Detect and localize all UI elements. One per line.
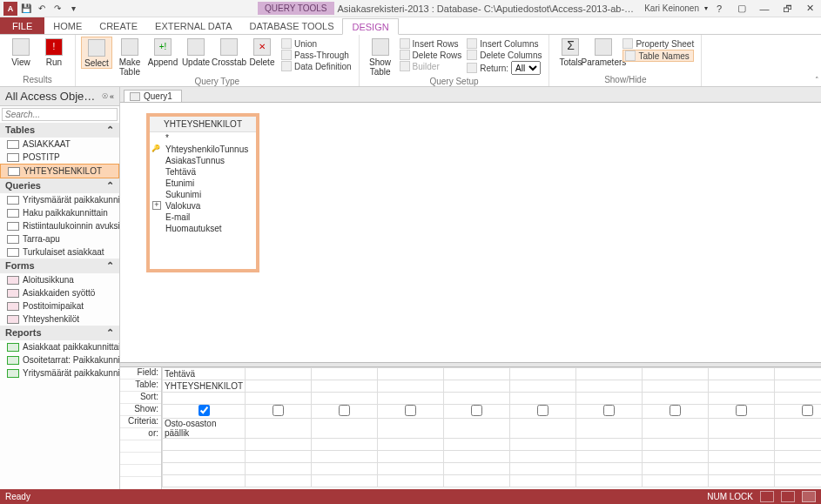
tablebox-field-star[interactable]: * xyxy=(150,132,256,144)
nav-section-tables[interactable]: Tables⌃ xyxy=(0,123,119,138)
update-icon xyxy=(187,38,205,56)
numlock-indicator: NUM LOCK xyxy=(707,492,753,501)
nav-query-item[interactable]: Ristiintaulukoinnin avuksi xyxy=(0,219,119,232)
builder-button[interactable]: Builder xyxy=(400,61,462,71)
show-table-button[interactable]: Show Table xyxy=(365,37,396,77)
nav-report-item[interactable]: Asiakkaat paikkakunnittain xyxy=(0,340,119,353)
table-names-button[interactable]: Table Names xyxy=(622,50,694,62)
redo-icon[interactable]: ↷ xyxy=(50,2,64,16)
view-design-icon[interactable] xyxy=(802,491,816,502)
show-checkbox[interactable] xyxy=(273,405,284,416)
run-button[interactable]: !Run xyxy=(38,37,70,67)
nav-collapse-icon[interactable]: « xyxy=(110,92,114,101)
return-select[interactable]: All xyxy=(511,61,541,75)
table-box-yhteyshenkilot[interactable]: YHTEYSHENKILOT * YhteyshenkiloTunnus Asi… xyxy=(146,113,259,272)
close-icon[interactable]: ✕ xyxy=(798,0,821,17)
tab-home[interactable]: HOME xyxy=(44,17,91,34)
show-checkbox[interactable] xyxy=(802,405,813,416)
tab-database-tools[interactable]: DATABASE TOOLS xyxy=(240,17,342,34)
view-datasheet-icon[interactable] xyxy=(760,491,774,502)
data-definition-button[interactable]: Data Definition xyxy=(281,61,352,71)
show-checkbox[interactable] xyxy=(471,405,482,416)
append-button[interactable]: +!Append xyxy=(147,37,178,67)
show-checkbox[interactable] xyxy=(199,405,210,416)
help-icon[interactable]: ? xyxy=(708,0,730,17)
collapse-icon[interactable]: ⌃ xyxy=(106,327,114,339)
grid-cell-table[interactable]: YHTEYSHENKILOT xyxy=(163,380,246,393)
union-button[interactable]: Union xyxy=(281,38,352,49)
tab-create[interactable]: CREATE xyxy=(91,17,146,34)
nav-section-queries[interactable]: Queries⌃ xyxy=(0,178,119,193)
show-checkbox[interactable] xyxy=(670,405,681,416)
horizontal-splitter[interactable] xyxy=(120,362,821,367)
quick-access-toolbar: A 💾 ↶ ↷ ▾ xyxy=(0,2,84,16)
delete-rows-button[interactable]: Delete Rows xyxy=(400,50,462,60)
parameters-button[interactable]: Parameters xyxy=(588,37,619,67)
show-checkbox[interactable] xyxy=(736,405,747,416)
nav-query-item[interactable]: Haku paikkakunnittain xyxy=(0,206,119,219)
crosstab-button[interactable]: Crosstab xyxy=(213,37,245,67)
tablebox-field[interactable]: YhteyshenkiloTunnus xyxy=(150,144,256,155)
make-table-button[interactable]: Make Table xyxy=(114,37,145,77)
tab-file[interactable]: FILE xyxy=(0,17,44,34)
tablebox-field[interactable]: AsiakasTunnus xyxy=(150,155,256,166)
update-button[interactable]: Update xyxy=(180,37,212,67)
tablebox-field[interactable]: Valokuva xyxy=(150,200,256,212)
nav-query-item[interactable]: Yritysmäärät paikkakunnittain xyxy=(0,193,119,206)
nav-filter-icon[interactable]: ☉ xyxy=(102,92,108,101)
qbe-grid: Field: Table: Sort: Show: Criteria: or: … xyxy=(120,367,821,489)
ribbon-collapse-icon[interactable]: ▢ xyxy=(730,0,753,17)
nav-table-item[interactable]: YHTEYSHENKILOT xyxy=(0,164,119,178)
view-sql-icon[interactable] xyxy=(781,491,795,502)
show-checkbox[interactable] xyxy=(603,405,615,416)
nav-table-item[interactable]: POSTITP xyxy=(0,151,119,164)
undo-icon[interactable]: ↶ xyxy=(35,2,49,16)
tab-design[interactable]: DESIGN xyxy=(342,18,398,35)
grid-columns[interactable]: Tehtävä YHTEYSHENKILOT xyxy=(162,367,821,487)
collapse-icon[interactable]: ⌃ xyxy=(106,260,114,272)
restore-icon[interactable]: 🗗 xyxy=(776,0,798,17)
show-checkbox[interactable] xyxy=(537,405,548,416)
nav-form-item[interactable]: Asiakkaiden syöttö xyxy=(0,286,119,299)
nav-form-item[interactable]: Yhteyshenkilöt xyxy=(0,312,119,326)
view-button[interactable]: View xyxy=(5,37,37,67)
qat-customize-icon[interactable]: ▾ xyxy=(66,2,80,16)
nav-query-item[interactable]: Turkulaiset asiakkaat xyxy=(0,245,119,259)
query-design-surface[interactable]: YHTEYSHENKILOT * YhteyshenkiloTunnus Asi… xyxy=(120,103,821,362)
nav-table-item[interactable]: ASIAKKAAT xyxy=(0,138,119,151)
tablebox-field[interactable]: Sukunimi xyxy=(150,189,256,200)
insert-columns-button[interactable]: Insert Columns xyxy=(467,38,542,49)
collapse-icon[interactable]: ⌃ xyxy=(106,124,114,136)
select-query-button[interactable]: Select xyxy=(81,37,112,69)
nav-report-item[interactable]: Osoitetarrat: Paikkakunnittain xyxy=(0,353,119,366)
property-sheet-button[interactable]: Property Sheet xyxy=(622,38,694,49)
nav-form-item[interactable]: Aloitusikkuna xyxy=(0,273,119,286)
save-icon[interactable]: 💾 xyxy=(19,2,33,16)
tablebox-field[interactable]: Tehtävä xyxy=(150,166,256,178)
nav-section-reports[interactable]: Reports⌃ xyxy=(0,326,119,340)
nav-section-forms[interactable]: Forms⌃ xyxy=(0,259,119,273)
nav-report-item[interactable]: Yritysmäärät paikkakunnittain xyxy=(0,366,119,380)
show-checkbox[interactable] xyxy=(405,405,416,416)
tab-external-data[interactable]: EXTERNAL DATA xyxy=(146,17,240,34)
minimize-icon[interactable]: — xyxy=(753,0,776,17)
grid-cell-criteria[interactable]: Osto-osaston päällik xyxy=(163,419,246,439)
doc-tab-query1[interactable]: Query1 xyxy=(124,90,182,102)
nav-form-item[interactable]: Postitoimipaikat xyxy=(0,299,119,312)
collapse-icon[interactable]: ⌃ xyxy=(106,180,114,192)
nav-search-input[interactable] xyxy=(2,108,118,121)
show-checkbox[interactable] xyxy=(339,405,350,416)
passthrough-button[interactable]: Pass-Through xyxy=(281,50,352,60)
user-name[interactable]: Kari Keinonen xyxy=(639,3,704,13)
tablebox-field[interactable]: Etunimi xyxy=(150,178,256,189)
tablebox-field[interactable]: E-mail xyxy=(150,212,256,223)
insert-rows-button[interactable]: Insert Rows xyxy=(400,38,462,49)
delete-query-button[interactable]: ✕Delete xyxy=(246,37,278,67)
nav-query-item[interactable]: Tarra-apu xyxy=(0,232,119,245)
collapse-ribbon-icon[interactable]: ˄ xyxy=(815,76,819,84)
form-icon xyxy=(7,302,19,311)
grid-cell-field[interactable]: Tehtävä xyxy=(163,368,246,380)
tablebox-field[interactable]: Huomautukset xyxy=(150,223,256,234)
delete-columns-button[interactable]: Delete Columns xyxy=(467,50,542,60)
nav-header[interactable]: All Access Obje…☉« xyxy=(0,87,119,106)
